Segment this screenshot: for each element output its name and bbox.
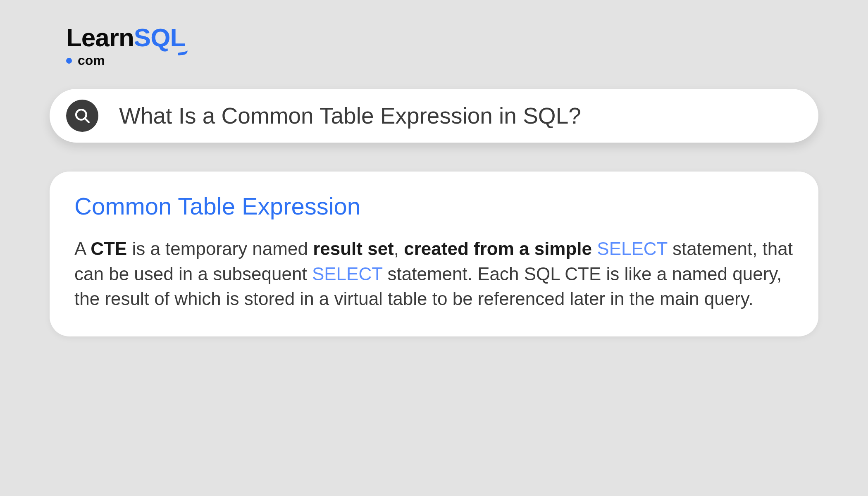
result-keyword-select: SELECT bbox=[597, 238, 667, 259]
result-bold-resultset: result set bbox=[313, 238, 394, 259]
result-text: is a temporary named bbox=[127, 238, 313, 259]
logo-text-learn: Learn bbox=[66, 23, 134, 52]
logo-main: LearnSQL bbox=[66, 25, 818, 50]
result-text: , bbox=[394, 238, 404, 259]
result-text bbox=[592, 238, 597, 259]
svg-line-1 bbox=[85, 118, 89, 122]
logo-text-com: com bbox=[78, 53, 105, 68]
result-bold-created: created from a simple bbox=[404, 238, 592, 259]
search-icon[interactable] bbox=[66, 100, 98, 132]
result-bold-cte: CTE bbox=[91, 238, 127, 259]
result-keyword-select: SELECT bbox=[312, 264, 382, 284]
result-title: Common Table Expression bbox=[74, 192, 794, 220]
logo: LearnSQL com bbox=[66, 25, 818, 68]
logo-text-sql: SQL bbox=[134, 23, 185, 52]
result-text: A bbox=[74, 238, 91, 259]
logo-dot-icon bbox=[66, 58, 72, 64]
result-body: A CTE is a temporary named result set, c… bbox=[74, 236, 794, 312]
result-card: Common Table Expression A CTE is a tempo… bbox=[50, 172, 818, 336]
search-bar[interactable] bbox=[50, 89, 818, 143]
search-input[interactable] bbox=[119, 103, 802, 129]
